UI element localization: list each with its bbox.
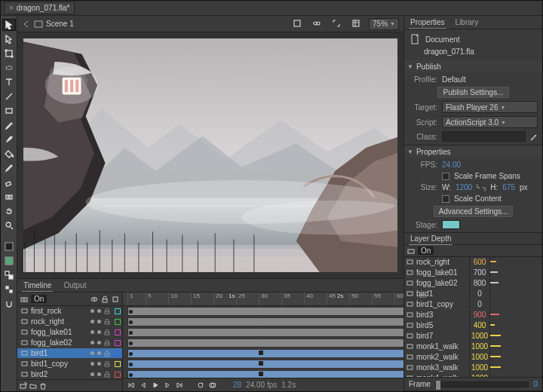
play-icon[interactable]: [152, 381, 159, 389]
timeline-track[interactable]: 151015202530354045505560651s2s: [123, 292, 403, 391]
svg-rect-45: [22, 362, 27, 366]
timeline-layer-list[interactable]: first_rockrock_rightfogg_lake01fogg_lake…: [17, 306, 122, 379]
back-icon[interactable]: [22, 20, 31, 28]
layer-depth-row[interactable]: monk1_walk1000: [404, 341, 542, 352]
svg-rect-39: [22, 330, 27, 334]
selection-tool[interactable]: [2, 19, 16, 31]
tab-timeline[interactable]: Timeline: [22, 280, 53, 292]
timeline-layer-row[interactable]: bird2: [17, 369, 122, 379]
svg-rect-60: [407, 302, 413, 306]
tab-properties[interactable]: Properties: [409, 17, 446, 29]
fill-color[interactable]: [2, 255, 16, 267]
stroke-color[interactable]: [2, 240, 16, 253]
height-value[interactable]: 675: [502, 183, 515, 191]
scale-frame-spans-checkbox[interactable]: [442, 173, 449, 180]
eyedropper-tool[interactable]: [2, 162, 16, 174]
eraser-tool[interactable]: [2, 176, 16, 188]
onion-label: On: [31, 295, 47, 303]
svg-rect-13: [6, 286, 8, 289]
layer-depth-row[interactable]: monk3_walk1000: [404, 363, 542, 373]
camera-tool[interactable]: [2, 191, 16, 203]
camera-icon[interactable]: [407, 247, 415, 255]
eye-icon[interactable]: [90, 296, 98, 303]
onion-icon[interactable]: [209, 381, 216, 389]
fit-icon[interactable]: [330, 18, 343, 30]
tab-library[interactable]: Library: [454, 17, 480, 28]
snap-icon[interactable]: [2, 298, 16, 310]
free-transform-tool[interactable]: [2, 47, 16, 60]
timeline-layer-row[interactable]: rock_right: [17, 317, 122, 327]
fps-display: 24.00 fps: [246, 381, 277, 389]
scene-breadcrumb[interactable]: Scene 1: [22, 20, 74, 28]
close-icon[interactable]: ×: [9, 4, 14, 12]
timeline-rows[interactable]: [123, 306, 403, 378]
timeline-layer-row[interactable]: fogg_lake02: [17, 338, 122, 348]
layer-depth-row[interactable]: bird71000: [404, 331, 542, 341]
pencil-tool[interactable]: [2, 119, 16, 131]
hand-tool[interactable]: [2, 205, 16, 217]
width-value[interactable]: 1200: [456, 183, 472, 191]
edit-class-icon[interactable]: [530, 133, 538, 140]
subselection-tool[interactable]: [2, 33, 16, 45]
tab-layer-depth[interactable]: Layer Depth: [409, 233, 452, 245]
lock-icon[interactable]: [101, 296, 109, 303]
class-input[interactable]: [442, 131, 526, 142]
timeline-layer-row[interactable]: bird1_copy: [17, 359, 122, 369]
current-frame[interactable]: 28: [233, 381, 241, 389]
paint-bucket-tool[interactable]: [2, 148, 16, 160]
layer-depth-row[interactable]: bird1_copy0: [404, 299, 542, 310]
zoom-dropdown[interactable]: 75%▼: [369, 18, 399, 30]
target-dropdown[interactable]: Flash Player 26▼: [442, 101, 538, 113]
edit-scene-icon[interactable]: [290, 18, 304, 30]
timeline-layer-row[interactable]: first_rock: [17, 306, 122, 317]
layer-depth-row[interactable]: bird5400: [404, 320, 542, 331]
layer-depth-row[interactable]: fogg_lake02800: [404, 278, 542, 289]
layer-depth-row[interactable]: monk4_walk1000: [404, 373, 542, 377]
doc-props-header[interactable]: ▼Properties: [404, 145, 542, 158]
options-icon[interactable]: [2, 283, 16, 296]
new-folder-icon[interactable]: [29, 382, 37, 390]
timeline-ruler[interactable]: 151015202530354045505560651s2s: [123, 292, 403, 306]
publish-header[interactable]: ▼Publish: [404, 60, 542, 72]
link-size-icon[interactable]: [477, 184, 486, 191]
layer-depth-list[interactable]: rock_right600fogg_lake01700fogg_lake0280…: [404, 257, 542, 377]
fps-value[interactable]: 24.00: [442, 161, 461, 169]
layer-depth-row[interactable]: rock_right600: [404, 257, 542, 268]
line-tool[interactable]: [2, 90, 16, 103]
new-layer-icon[interactable]: [20, 382, 27, 390]
rewind-icon[interactable]: [127, 381, 135, 389]
frame-value[interactable]: 0: [533, 380, 538, 388]
rectangle-tool[interactable]: [2, 105, 16, 117]
outline-icon[interactable]: [112, 296, 119, 303]
step-fwd-icon[interactable]: [164, 381, 171, 389]
tab-output[interactable]: Output: [62, 280, 87, 291]
stage-color-swatch[interactable]: [442, 220, 460, 229]
layer-depth-row[interactable]: fogg_lake01700: [404, 268, 542, 278]
camera-icon[interactable]: [20, 296, 28, 303]
layer-depth-row[interactable]: bird10: [404, 289, 542, 299]
clip-icon[interactable]: [349, 18, 363, 30]
timeline-panel: Timeline Output On first_rockrock_rightf…: [17, 278, 403, 391]
document-tab[interactable]: × dragon_071.fla*: [4, 2, 75, 14]
timeline-layer-row[interactable]: bird1: [17, 348, 122, 359]
text-tool[interactable]: [2, 76, 16, 88]
loop-icon[interactable]: [197, 381, 204, 389]
timeline-layer-row[interactable]: fogg_lake01: [17, 327, 122, 338]
layer-depth-row[interactable]: monk2_walk1000: [404, 352, 542, 363]
frame-slider[interactable]: [435, 381, 529, 387]
lasso-tool[interactable]: [2, 62, 16, 74]
scale-content-checkbox[interactable]: [442, 195, 449, 203]
step-back-icon[interactable]: [140, 381, 147, 389]
swap-colors-icon[interactable]: [2, 269, 16, 281]
stage-area[interactable]: [17, 32, 403, 278]
zoom-tool[interactable]: [2, 219, 16, 231]
script-dropdown[interactable]: ActionScript 3.0▼: [442, 116, 538, 128]
svg-rect-48: [105, 375, 109, 377]
brush-tool[interactable]: [2, 133, 16, 145]
edit-symbols-icon[interactable]: [310, 18, 324, 30]
layer-depth-row[interactable]: bird3900: [404, 310, 542, 320]
publish-settings-button[interactable]: Publish Settings...: [437, 87, 508, 98]
advanced-settings-button[interactable]: Advanced Settings...: [434, 206, 514, 217]
ffwd-icon[interactable]: [176, 381, 183, 389]
delete-layer-icon[interactable]: [39, 382, 47, 390]
